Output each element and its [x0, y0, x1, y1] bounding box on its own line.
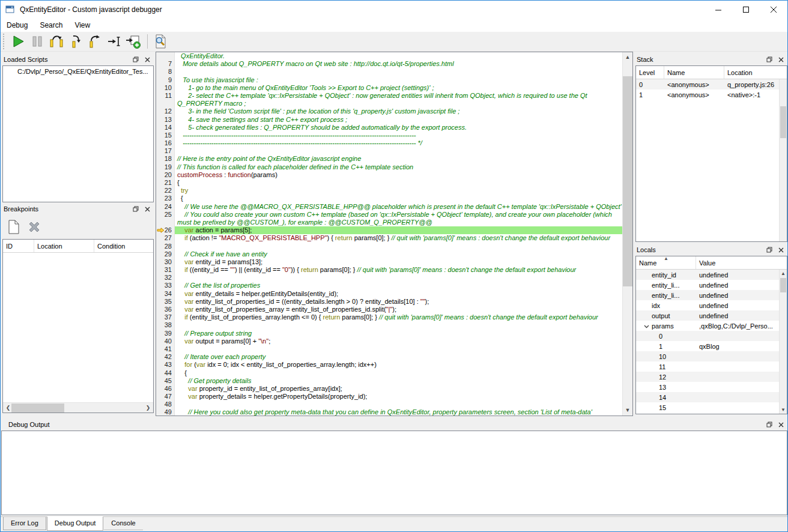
current-code-line[interactable]: 26 var action = params[5]; [156, 226, 622, 234]
scroll-down-icon[interactable]: ▼ [623, 405, 632, 416]
scrollbar-thumb[interactable] [780, 278, 786, 292]
locals-row[interactable]: 13 [636, 382, 787, 392]
code-line[interactable]: 40 var output = params[0] + "\n"; [156, 337, 622, 345]
code-line[interactable]: 10 1- go to the main menu of QxEntityEdi… [156, 84, 622, 92]
code-line[interactable]: 16 -------------------------------------… [156, 139, 622, 147]
menu-search[interactable]: Search [34, 19, 68, 31]
interrupt-icon[interactable] [28, 33, 46, 50]
horizontal-scrollbar[interactable]: ❮ ❯ [3, 402, 153, 413]
code-line[interactable]: 23 { [156, 195, 622, 202]
code-line[interactable]: 29 // Check if we have an entity [156, 250, 622, 258]
code-line[interactable]: 27 if (action != "MACRO_QX_PERSISTABLE_H… [156, 234, 622, 242]
locals-row[interactable]: 15 [636, 402, 787, 413]
code-line[interactable]: 28 [156, 243, 622, 250]
locals-row[interactable]: 1qxBlog [636, 341, 787, 351]
code-line[interactable]: 20customProcess : function(params) [156, 171, 622, 179]
stack-row[interactable]: 1<anonymous><native>:-1 [636, 89, 787, 100]
code-editor[interactable]: QxEntityEditor.7 More details about Q_PR… [156, 52, 633, 416]
code-line[interactable]: must be prefixed by @@CUSTOM_), for exam… [156, 219, 622, 226]
loaded-script-item[interactable]: C:/Dvlp/_Perso/_QxEE/QxEntityEditor_Tes.… [3, 66, 153, 76]
code-line[interactable]: 46 var property_id = entity_list_of_prop… [156, 385, 622, 393]
minimize-button[interactable] [705, 1, 732, 19]
code-line[interactable]: 8 [156, 68, 622, 76]
code-line[interactable]: 18// Here is the entry point of the QxEn… [156, 155, 622, 163]
code-line[interactable]: 41 [156, 345, 622, 353]
locals-row[interactable]: 14 [636, 392, 787, 402]
delete-breakpoint-icon[interactable] [25, 218, 43, 236]
code-line[interactable]: 39 // Prepare output string [156, 330, 622, 337]
code-line[interactable]: 24 // We use here the @@MACRO_QX_PERSIST… [156, 203, 622, 211]
scroll-down-icon[interactable]: ▼ [780, 406, 787, 414]
maximize-button[interactable] [732, 1, 760, 19]
code-line[interactable]: 38 [156, 321, 622, 329]
float-icon[interactable] [131, 204, 141, 214]
code-line[interactable]: 35 var entity_list_of_properties_id = ((… [156, 298, 622, 306]
new-breakpoint-icon[interactable] [5, 218, 23, 236]
scrollbar-thumb[interactable] [11, 404, 64, 413]
close-icon[interactable] [776, 55, 786, 64]
scroll-up-icon[interactable]: ▲ [780, 270, 787, 277]
column-header[interactable]: Level [636, 66, 664, 79]
tab-debug-output[interactable]: Debug Output [47, 516, 104, 531]
column-header[interactable]: Condition [94, 240, 153, 252]
column-header[interactable]: Value [696, 256, 787, 269]
locals-row[interactable]: idxundefined [636, 300, 787, 310]
breakpoints-titlebar[interactable]: Breakpoints [2, 203, 154, 215]
code-line[interactable]: 33 // Get the list of properties [156, 282, 622, 289]
code-line[interactable]: 45 // Get property details [156, 377, 622, 385]
title-bar[interactable]: QxEntityEditor - Custom javascript debug… [1, 1, 787, 19]
stack-row[interactable]: 0<anonymous>q_property.js:26 [636, 79, 787, 89]
locals-row[interactable]: 0 [636, 331, 787, 341]
locals-titlebar[interactable]: Locals [635, 244, 787, 256]
locals-row[interactable]: entity_li...undefined [636, 290, 787, 300]
code-line[interactable]: 30 var entity_id = params[13]; [156, 258, 622, 266]
column-header[interactable]: Location [724, 66, 787, 79]
code-line[interactable]: 11 2- select the C++ template 'qx::IxPer… [156, 92, 622, 100]
menu-debug[interactable]: Debug [1, 19, 34, 31]
code-line[interactable]: 25 // You could also create your own cus… [156, 211, 622, 219]
tab-error-log[interactable]: Error Log [3, 517, 46, 530]
locals-row[interactable]: entity_idundefined [636, 270, 787, 280]
locals-scrollbar[interactable]: ▲ ▼ [779, 270, 787, 414]
step-over-icon[interactable] [47, 33, 65, 50]
code-line[interactable]: 19// This function is called for each pl… [156, 163, 622, 171]
code-line[interactable]: 48 [156, 401, 622, 408]
code-line[interactable]: 42 // Iterate over each property [156, 353, 622, 361]
continue-icon[interactable] [9, 33, 27, 50]
close-icon[interactable] [776, 420, 786, 429]
scrollbar-thumb[interactable] [780, 106, 786, 138]
scroll-right-icon[interactable]: ❯ [143, 403, 153, 413]
code-line[interactable]: 47 var property_details = helper.getProp… [156, 393, 622, 401]
code-line[interactable]: QxEntityEditor. [156, 52, 622, 60]
editor-vertical-scrollbar[interactable]: ▲ ▼ [622, 52, 632, 416]
scroll-up-icon[interactable]: ▲ [623, 52, 632, 62]
locals-row[interactable]: params,qxBlog,C:/Dvlp/_Perso... [636, 321, 787, 331]
close-icon[interactable] [142, 204, 152, 214]
find-in-script-icon[interactable] [151, 33, 169, 50]
close-icon[interactable] [142, 55, 152, 64]
locals-row[interactable]: 11 [636, 361, 787, 372]
toolbar-drag-handle[interactable] [3, 34, 5, 49]
code-line[interactable]: 21{ [156, 179, 622, 187]
column-header[interactable]: Name [664, 66, 724, 79]
scrollbar-thumb[interactable] [623, 76, 632, 286]
debug-output-content[interactable] [1, 431, 787, 515]
locals-row[interactable]: 10 [636, 351, 787, 361]
stack-titlebar[interactable]: Stack [635, 53, 787, 65]
column-header[interactable]: Location [34, 240, 94, 252]
column-header[interactable]: ID [3, 240, 34, 252]
code-line[interactable]: 14 5- check generated files : Q_PROPERTY… [156, 124, 622, 131]
code-line[interactable]: 9 To use this javascript file : [156, 76, 622, 84]
step-into-icon[interactable] [67, 33, 85, 50]
close-icon[interactable] [776, 245, 786, 255]
code-line[interactable]: 31 if ((entity_id == "") || (entity_id =… [156, 266, 622, 274]
locals-row[interactable]: outputundefined [636, 310, 787, 321]
code-line[interactable]: 22 try [156, 187, 622, 195]
code-line[interactable]: 43 for (var idx = 0; idx < entity_list_o… [156, 361, 622, 369]
float-icon[interactable] [765, 55, 774, 64]
tab-console[interactable]: Console [104, 517, 142, 530]
menu-view[interactable]: View [68, 19, 96, 31]
loaded-scripts-titlebar[interactable]: Loaded Scripts [2, 53, 154, 65]
float-icon[interactable] [765, 245, 774, 255]
code-line[interactable]: 34 var entity_details = helper.getEntity… [156, 290, 622, 298]
